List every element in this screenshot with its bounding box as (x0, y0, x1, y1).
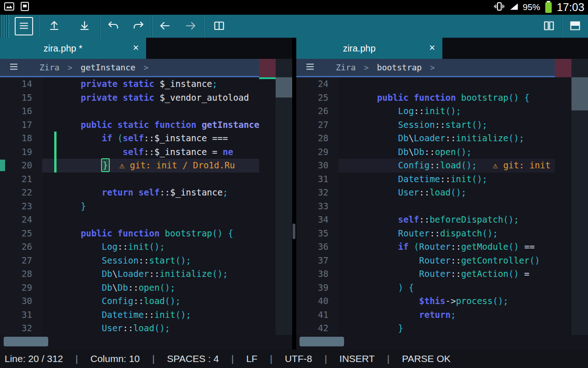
code-line[interactable]: 27 Session::start(); (296, 118, 588, 132)
status-item: Column: 10 (90, 353, 140, 364)
code-line[interactable]: 31 Datetime::init(); (0, 308, 292, 322)
line-number: 30 (0, 294, 42, 308)
code-line[interactable]: 29 Db\Db::open(); (0, 281, 292, 295)
code-line[interactable]: 32 User::load(); (296, 186, 588, 200)
code-line[interactable]: 18 if (self::$_instance === (0, 132, 292, 145)
code-line[interactable]: 23 } (0, 200, 292, 213)
code-line[interactable]: 25 public function bootstrap() { (296, 91, 588, 105)
navigate-forward-button[interactable] (178, 15, 204, 38)
breadcrumb-project[interactable]: Zira (336, 63, 356, 72)
pane-split-handle[interactable] (293, 224, 295, 239)
save-as-button[interactable] (69, 15, 100, 38)
horizontal-scrollbar-thumb[interactable] (300, 337, 344, 346)
code-line[interactable]: 15 private static $_vendor_autoload (0, 91, 292, 105)
breadcrumb-symbol[interactable]: bootstrap (377, 63, 422, 72)
breadcrumb: Zira > getInstance > (0, 59, 292, 77)
breadcrumb-menu-button[interactable] (8, 61, 19, 74)
status-separator: | (387, 353, 390, 364)
status-line: Line: 20 / 312|Column: 10|SPACES : 4|LF|… (0, 350, 588, 368)
code-line[interactable]: 40 $this->process(); (296, 294, 588, 308)
code-line[interactable]: 39 ) { (296, 281, 588, 295)
code-line[interactable]: 30 Config::load(); ⚠ git: init / (296, 159, 588, 172)
code-line[interactable]: 30 Config::load(); (0, 294, 292, 308)
breadcrumb-menu-button[interactable] (305, 61, 316, 74)
back-icon (159, 20, 171, 33)
clock: 17:03 (557, 1, 584, 14)
tab-close-button[interactable]: × (133, 41, 139, 54)
vertical-scrollbar-track[interactable] (571, 59, 588, 335)
breadcrumb-symbol[interactable]: getInstance (81, 63, 136, 72)
code-line[interactable]: 29 Db\Db::open(); (296, 145, 588, 159)
tab-close-button[interactable]: × (429, 41, 435, 54)
code-line[interactable]: 20 } ⚠ git: init / Dro1d.Ru (0, 159, 292, 172)
code-line[interactable]: 26 Log::init(); (0, 240, 292, 254)
vertical-scrollbar-thumb[interactable] (276, 77, 292, 98)
code-line[interactable]: 32 User::load(); (0, 322, 292, 335)
code-line[interactable]: 24 (296, 77, 588, 91)
redo-button[interactable] (126, 15, 152, 38)
code-line[interactable]: 34 self::beforeDispatch(); (296, 213, 588, 227)
tab-zira-php[interactable]: zira.php * × (0, 38, 146, 59)
code-line[interactable]: 33 (296, 200, 588, 213)
code-line[interactable]: 28 Db\Loader::initialize(); (0, 267, 292, 281)
line-number: 22 (0, 186, 42, 200)
split-horizontal-button[interactable] (562, 15, 588, 38)
code-line[interactable]: 22 return self::$_instance; (0, 186, 292, 200)
horizontal-scrollbar-track[interactable] (0, 335, 292, 350)
code-line[interactable]: 21 (0, 172, 292, 186)
line-number: 20 (0, 159, 42, 172)
code-line[interactable]: 38 Router::getAction() = (296, 267, 588, 281)
undo-button[interactable] (100, 15, 126, 38)
line-number: 18 (0, 132, 42, 145)
line-number: 26 (0, 240, 42, 254)
line-number: 19 (0, 145, 42, 159)
code-line[interactable]: 28 Db\Loader::initialize(); (296, 132, 588, 145)
code-line[interactable]: 37 Router::getController() (296, 254, 588, 268)
editor-area[interactable]: 2425 public function bootstrap() {26 Log… (296, 77, 588, 335)
split-vertical-button[interactable] (536, 15, 562, 38)
vertical-scrollbar-track[interactable] (276, 59, 292, 335)
breadcrumb-project[interactable]: Zira (40, 63, 59, 72)
line-number: 29 (0, 281, 42, 295)
code-line[interactable]: 25 public function bootstrap() { (0, 227, 292, 241)
code-line[interactable]: 26 Log::init(); (296, 104, 588, 118)
editor-lines: 2425 public function bootstrap() {26 Log… (296, 77, 588, 335)
line-number: 32 (0, 322, 42, 335)
drawer-grip[interactable] (0, 15, 9, 38)
code-line[interactable]: 31 Datetime::init(); (296, 172, 588, 186)
scrollbar-change-tick (259, 77, 276, 79)
code-line[interactable]: 27 Session::start(); (0, 254, 292, 268)
code-line[interactable]: 14 private static $_instance; (0, 77, 292, 91)
line-number: 25 (0, 227, 42, 241)
battery-percent: 95% (523, 2, 540, 12)
line-number: 16 (0, 104, 42, 118)
editor-area[interactable]: 14 private static $_instance;15 private … (0, 77, 292, 335)
upload-button[interactable] (39, 15, 69, 38)
scrollbar-region-marker (555, 59, 571, 77)
screenshot-icon (19, 1, 30, 14)
code-line[interactable]: 42 } (296, 322, 588, 335)
horizontal-scrollbar-thumb[interactable] (4, 337, 48, 346)
vertical-scrollbar-thumb[interactable] (571, 77, 588, 110)
split-view-button[interactable] (204, 15, 234, 38)
menu-icon (305, 61, 316, 74)
code-line[interactable]: 24 (0, 213, 292, 227)
code-line[interactable]: 19 self::$_instance = ne (0, 145, 292, 159)
status-separator: | (231, 353, 233, 364)
line-number: 24 (0, 213, 42, 227)
horizontal-scrollbar-track[interactable] (296, 335, 588, 350)
navigate-back-button[interactable] (152, 15, 178, 38)
code-line[interactable]: 16 (0, 104, 292, 118)
code-line[interactable]: 36 if (Router::getModule() == (296, 240, 588, 254)
line-number: 15 (0, 91, 42, 105)
tab-bar: zira.php × (296, 38, 588, 59)
menu-button[interactable] (15, 17, 33, 35)
code-line[interactable]: 17 public static function getInstance (0, 118, 292, 132)
code-line[interactable]: 41 return; (296, 308, 588, 322)
status-separator: | (270, 353, 272, 364)
toolbar (0, 15, 588, 38)
signal-icon (509, 1, 519, 13)
tab-zira-php[interactable]: zira.php × (296, 38, 442, 59)
tab-bar: zira.php * × (0, 38, 292, 59)
code-line[interactable]: 35 Router::dispatch(); (296, 227, 588, 241)
